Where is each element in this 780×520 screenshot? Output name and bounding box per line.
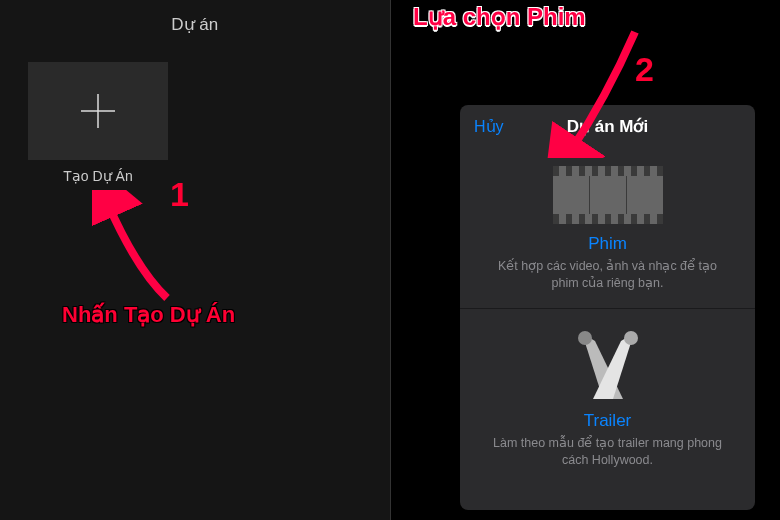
projects-panel: Dự án Tạo Dự Án 1 Nhấn Tạo Dự Án — [0, 0, 391, 520]
option-trailer-title: Trailer — [478, 411, 737, 431]
spotlights-icon — [567, 331, 649, 401]
svg-point-7 — [624, 331, 638, 345]
plus-icon — [76, 89, 120, 133]
cancel-button[interactable]: Hủy — [474, 117, 504, 136]
option-movie-desc: Kết hợp các video, ảnh và nhạc để tạo ph… — [478, 258, 737, 292]
create-project-label: Tạo Dự Án — [28, 168, 168, 184]
create-project-tile[interactable] — [28, 62, 168, 160]
annotation-step-2-number: 2 — [635, 50, 654, 89]
new-project-dialog: Hủy Dự án Mới Phim Kết hợp các video, ản… — [460, 105, 755, 510]
filmstrip-icon — [553, 166, 663, 224]
option-trailer-desc: Làm theo mẫu để tạo trailer mang phong c… — [478, 435, 737, 469]
dialog-header: Hủy Dự án Mới — [460, 105, 755, 144]
dialog-title: Dự án Mới — [567, 116, 648, 137]
option-movie-title: Phim — [478, 234, 737, 254]
annotation-step-1-text: Nhấn Tạo Dự Án — [62, 302, 235, 328]
annotation-step-1-number: 1 — [170, 175, 189, 214]
panel-title: Dự án — [0, 0, 390, 45]
option-movie[interactable]: Phim Kết hợp các video, ảnh và nhạc để t… — [460, 144, 755, 309]
svg-point-6 — [578, 331, 592, 345]
option-trailer[interactable]: Trailer Làm theo mẫu để tạo trailer mang… — [460, 309, 755, 485]
annotation-top-text: Lựa chọn Phim — [413, 3, 586, 31]
annotation-arrow-1 — [92, 190, 182, 310]
